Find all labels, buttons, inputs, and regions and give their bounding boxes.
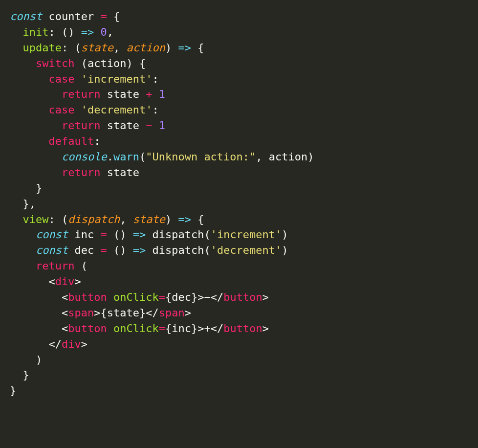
code-line[interactable]: )	[10, 352, 468, 368]
code-line[interactable]: <button onClick={dec}>−</button>	[10, 290, 468, 305]
token-ident: state	[100, 119, 146, 132]
token-tagname: span	[68, 307, 94, 319]
code-line[interactable]: return (	[10, 258, 468, 274]
code-line[interactable]: }	[10, 367, 468, 383]
token-tagbr: >	[74, 275, 81, 288]
token-jsxexpr: {state}	[100, 307, 146, 319]
code-line[interactable]: const inc = () => dispatch('increment')	[10, 227, 468, 243]
token-tagbr: </	[211, 322, 224, 335]
code-line[interactable]: <span>{state}</span>	[10, 305, 468, 321]
code-line[interactable]: const counter = {	[10, 9, 468, 24]
token-str: "Unknown action:"	[146, 151, 256, 163]
token-ident: dispatch(	[146, 244, 210, 256]
token-tagbr: >	[185, 307, 191, 319]
token-punct: {	[191, 42, 204, 54]
token-punct	[10, 26, 23, 38]
token-kw-decl: const	[36, 228, 68, 241]
token-tagbr: <	[62, 291, 68, 303]
token-str: 'increment'	[211, 228, 282, 241]
token-arrow: =>	[133, 244, 146, 256]
token-punct	[152, 88, 158, 100]
token-ident: −	[204, 291, 210, 303]
code-line[interactable]: view: (dispatch, state) => {	[10, 212, 468, 227]
token-punct: },	[10, 198, 36, 210]
token-arrow: =>	[81, 26, 94, 38]
token-ident: state	[100, 166, 139, 179]
token-punct: }	[10, 384, 16, 397]
token-kw-decl: const	[10, 10, 42, 22]
token-punct: :	[94, 135, 100, 147]
token-tagbr: >	[262, 322, 269, 335]
token-punct: ,	[120, 213, 133, 225]
token-punct: }	[10, 369, 29, 381]
token-str: 'decrement'	[81, 104, 152, 116]
code-line[interactable]: <div>	[10, 274, 468, 290]
token-tagbr: </	[211, 291, 224, 303]
token-kw-flow: =	[159, 322, 165, 335]
token-method: warn	[113, 151, 139, 163]
token-punct: )	[165, 42, 178, 54]
token-punct: : ()	[48, 26, 81, 38]
code-line[interactable]: update: (state, action) => {	[10, 40, 468, 56]
token-ident: +	[204, 322, 210, 335]
token-punct	[10, 88, 62, 100]
code-line[interactable]: default:	[10, 134, 468, 149]
token-punct	[94, 26, 100, 38]
token-tagname: button	[68, 322, 107, 335]
token-kw-flow: switch	[36, 57, 74, 69]
token-tagbr: </	[48, 338, 62, 350]
token-kw-flow: =	[100, 10, 107, 22]
token-tagbr: >	[197, 291, 204, 303]
code-line[interactable]: const dec = () => dispatch('decrement')	[10, 243, 468, 258]
token-punct	[10, 213, 23, 225]
token-punct: :	[152, 104, 158, 116]
token-kw-flow: return	[62, 166, 100, 179]
token-punct	[10, 151, 62, 163]
token-tagname: button	[223, 291, 262, 303]
code-line[interactable]: </div>	[10, 336, 468, 352]
code-editor[interactable]: const counter = { init: () => 0, update:…	[0, 0, 478, 418]
token-tagbr: <	[62, 307, 68, 319]
token-attr: onClick	[113, 322, 159, 335]
token-punct	[107, 322, 113, 335]
code-line[interactable]: return state	[10, 165, 468, 180]
token-punct: (action) {	[74, 57, 146, 69]
token-num: 1	[159, 88, 165, 100]
token-punct	[10, 322, 62, 335]
token-punct: (	[74, 260, 87, 272]
token-punct	[152, 119, 158, 132]
token-punct: )	[165, 213, 178, 225]
code-line[interactable]: case 'decrement':	[10, 102, 468, 118]
token-punct: .	[107, 151, 113, 163]
token-attr: onClick	[113, 291, 159, 303]
code-line[interactable]: }	[10, 383, 468, 399]
token-punct	[10, 119, 62, 132]
token-punct: : (	[48, 213, 68, 225]
token-kw-flow: +	[146, 88, 152, 100]
token-kw-flow: case	[48, 104, 74, 116]
token-param: state	[133, 213, 165, 225]
token-param: action	[126, 42, 165, 54]
code-line[interactable]: case 'increment':	[10, 71, 468, 87]
token-punct	[10, 135, 48, 147]
token-punct	[107, 291, 113, 303]
code-line[interactable]: },	[10, 196, 468, 212]
code-line[interactable]: }	[10, 180, 468, 196]
token-kw-flow: case	[48, 73, 74, 85]
token-param: state	[81, 42, 113, 54]
token-ident: state	[100, 88, 146, 100]
code-line[interactable]: return state − 1	[10, 118, 468, 134]
code-line[interactable]: init: () => 0,	[10, 24, 468, 40]
token-str: 'increment'	[81, 73, 152, 85]
token-ident: counter	[42, 10, 100, 22]
token-tagname: span	[159, 307, 185, 319]
code-line[interactable]: return state + 1	[10, 87, 468, 102]
token-kw-flow: return	[62, 88, 100, 100]
token-punct	[10, 104, 48, 116]
code-line[interactable]: <button onClick={inc}>+</button>	[10, 321, 468, 336]
token-propname: init	[23, 26, 49, 38]
token-punct	[10, 275, 48, 288]
code-line[interactable]: console.warn("Unknown action:", action)	[10, 149, 468, 165]
token-punct: ()	[107, 228, 133, 241]
code-line[interactable]: switch (action) {	[10, 56, 468, 71]
